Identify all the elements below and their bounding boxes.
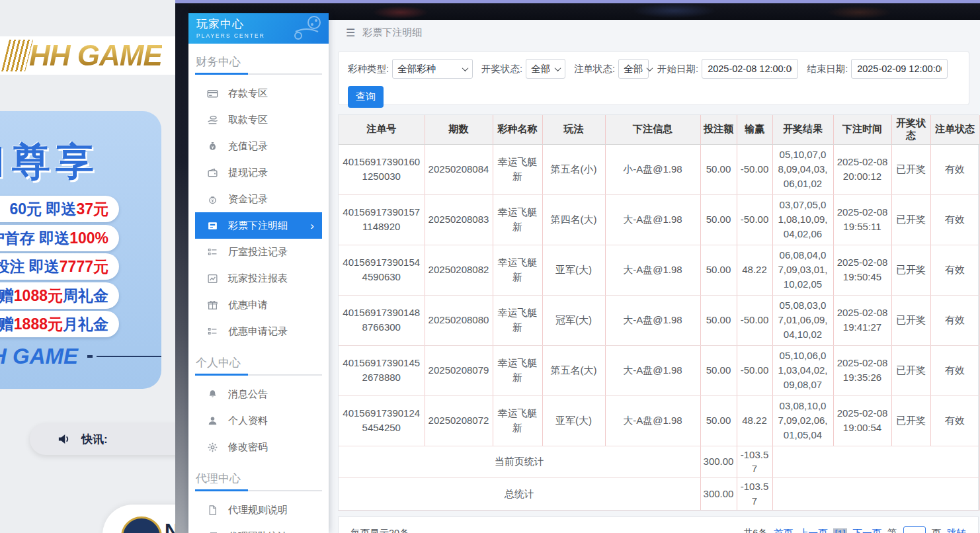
pager-controls: 共6条 首页 上一页 [1] 下一页 第 页 跳转 xyxy=(743,526,966,533)
clipped-glyph-fragment xyxy=(0,147,1,177)
sidebar-item-消息公告[interactable]: 消息公告 xyxy=(195,381,322,407)
sidebar-item-优惠申请记录[interactable]: 优惠申请记录 xyxy=(195,318,322,345)
cell-开奖状态: 已开奖 xyxy=(891,144,930,194)
sidebar-item-label: 彩票下注明细 xyxy=(228,220,288,232)
sidebar-item-label: 代理团队统计 xyxy=(228,530,288,533)
gear-icon xyxy=(207,442,218,453)
search-button[interactable]: 查询 xyxy=(348,86,384,108)
sidebar-item-label: 优惠申请 xyxy=(228,299,268,311)
sidebar-item-存款专区[interactable]: 存款专区 xyxy=(195,80,322,106)
order-status-label: 注单状态: xyxy=(574,63,615,75)
cell-彩种名称: 幸运飞艇新 xyxy=(493,295,542,345)
cell-下注时间: 2025-02-08 19:35:26 xyxy=(833,345,891,395)
logo-bars-decoration xyxy=(1,40,33,71)
table-row: 40156917390157114892020250208083幸运飞艇新第四名… xyxy=(339,194,979,245)
cell-下注信息: 大-A盘@1.98 xyxy=(605,295,700,345)
cell-玩法: 亚军(大) xyxy=(542,395,605,446)
news-ticker-label: 快讯: xyxy=(81,432,108,447)
summary-win-loss: -103.57 xyxy=(737,478,772,511)
cell-开奖结果: 05,10,06,01,03,04,02,09,08,07 xyxy=(772,345,833,395)
sidebar-item-优惠申请[interactable]: 优惠申请 xyxy=(195,292,322,318)
sidebar-item-label: 存款专区 xyxy=(228,87,268,100)
cell-输赢: -50.00 xyxy=(737,345,772,395)
menu-icon[interactable]: ☰ xyxy=(346,26,355,39)
cell-彩种名称: 幸运飞艇新 xyxy=(493,345,542,395)
chevron-down-icon xyxy=(462,65,469,71)
column-header-投注额: 投注额 xyxy=(700,115,737,144)
lottery-type-select[interactable]: 全部彩种 xyxy=(392,59,473,79)
cell-下注时间: 2025-02-08 19:55:11 xyxy=(833,194,891,245)
jump-button[interactable]: 跳转 xyxy=(947,527,966,533)
chevron-down-icon xyxy=(647,65,653,71)
promo-brand-line: H GAME xyxy=(0,344,161,369)
sidebar-section-title: 个人中心 xyxy=(188,345,329,374)
speaker-icon xyxy=(58,433,71,445)
column-header-玩法: 玩法 xyxy=(542,115,605,144)
sidebar-item-修改密码[interactable]: 修改密码 xyxy=(195,434,322,460)
cell-输赢: -50.00 xyxy=(737,144,772,194)
summary-bet-amount: 300.00 xyxy=(700,446,737,478)
page-jump-input[interactable] xyxy=(903,526,926,533)
sidebar-item-代理团队统计[interactable]: 代理团队统计 xyxy=(195,523,322,533)
page-title: 彩票下注明细 xyxy=(362,26,422,39)
column-header-开奖结果: 开奖结果 xyxy=(772,115,833,144)
report-chart-icon xyxy=(207,273,218,284)
money-bag-icon xyxy=(207,141,218,152)
sidebar-item-label: 资金记录 xyxy=(228,193,268,206)
sidebar-item-玩家投注报表[interactable]: 玩家投注报表 xyxy=(195,265,322,292)
cell-注单状态: 有效 xyxy=(930,395,979,446)
jump-prefix-label: 第 xyxy=(887,527,897,533)
end-date-input[interactable] xyxy=(851,59,948,79)
bet-table: 注单号期数彩种名称玩法下注信息投注额输赢开奖结果下注时间开奖状态注单状态 401… xyxy=(339,115,980,511)
cell-注单号: 401569173901452678880 xyxy=(339,345,425,395)
site-logo: HH GAME xyxy=(29,39,162,72)
prev-page-link[interactable]: 上一页 xyxy=(799,527,828,533)
sidebar-item-厅室投注记录[interactable]: 厅室投注记录 xyxy=(195,239,322,265)
cell-输赢: 48.22 xyxy=(737,245,772,295)
sidebar-item-提现记录[interactable]: 提现记录 xyxy=(195,159,322,186)
table-body: 40156917390160125003020250208084幸运飞艇新第五名… xyxy=(339,144,979,510)
first-page-link[interactable]: 首页 xyxy=(774,527,793,533)
sidebar-section-title: 代理中心 xyxy=(188,460,329,490)
current-page-indicator: [1] xyxy=(833,528,846,533)
cell-期数: 20250208080 xyxy=(425,295,493,345)
sidebar-item-label: 优惠申请记录 xyxy=(228,325,288,338)
promo-pill: 天加赠1088元周礼金 xyxy=(0,282,119,309)
cell-注单号: 401569173901488766300 xyxy=(339,295,425,345)
draw-status-select[interactable]: 全部 xyxy=(526,59,565,79)
sidebar-item-label: 消息公告 xyxy=(228,388,268,401)
brand-badge-icon xyxy=(121,516,162,533)
promo-pill: 天加赠1888元月礼金 xyxy=(0,311,119,337)
sidebar-item-彩票下注明细[interactable]: 彩票下注明细› xyxy=(195,212,322,239)
sidebar-item-个人资料[interactable]: 个人资料 xyxy=(195,407,322,434)
sidebar-item-资金记录[interactable]: 资金记录 xyxy=(195,186,322,212)
cell-注单状态: 有效 xyxy=(930,345,979,395)
cell-开奖状态: 已开奖 xyxy=(891,395,930,446)
sidebar-sections: 财务中心存款专区取款专区充值记录提现记录资金记录彩票下注明细›厅室投注记录玩家投… xyxy=(188,44,329,533)
table-row: 40156917390160125003020250208084幸运飞艇新第五名… xyxy=(339,144,979,194)
next-page-link[interactable]: 下一页 xyxy=(853,527,882,533)
cell-彩种名称: 幸运飞艇新 xyxy=(493,245,542,295)
brand-dash xyxy=(87,355,93,358)
start-date-input[interactable] xyxy=(702,59,798,79)
sidebar-item-充值记录[interactable]: 充值记录 xyxy=(195,133,322,159)
column-header-期数: 期数 xyxy=(425,115,493,144)
column-header-注单号: 注单号 xyxy=(339,115,425,144)
cell-期数: 20250208072 xyxy=(425,395,493,446)
cell-期数: 20250208079 xyxy=(425,345,493,395)
sidebar-item-取款专区[interactable]: 取款专区 xyxy=(195,106,322,133)
person-icon xyxy=(207,415,218,427)
cell-注单状态: 有效 xyxy=(930,245,979,295)
promo-headline: 尊享 xyxy=(0,136,99,188)
cell-玩法: 冠军(大) xyxy=(542,295,605,345)
table-row: 40156917390124545425020250208072幸运飞艇新亚军(… xyxy=(339,395,979,446)
cell-投注额: 50.00 xyxy=(700,194,737,245)
sidebar-item-代理规则说明[interactable]: 代理规则说明 xyxy=(195,497,322,523)
cell-注单号: 401569173901571148920 xyxy=(339,194,425,245)
cell-开奖结果: 06,08,04,07,09,03,01,10,02,05 xyxy=(772,245,833,295)
column-header-下注时间: 下注时间 xyxy=(833,115,891,144)
cell-投注额: 50.00 xyxy=(700,295,737,345)
order-status-select[interactable]: 全部 xyxy=(618,59,649,79)
section-underline xyxy=(195,73,322,75)
cell-下注时间: 2025-02-08 19:41:27 xyxy=(833,295,891,345)
